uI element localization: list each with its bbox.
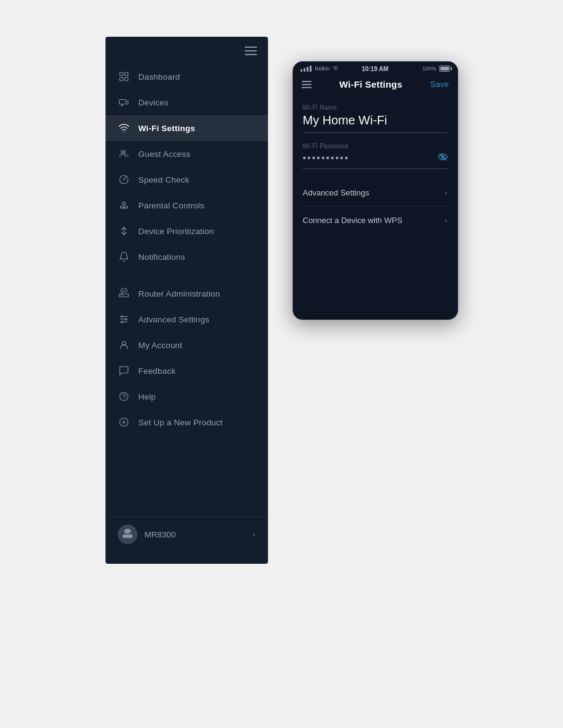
phone-hamburger-button[interactable] bbox=[302, 81, 312, 88]
add-icon bbox=[118, 416, 130, 428]
sidebar-item-dashboard-label: Dashboard bbox=[139, 72, 180, 82]
advanced-settings-chevron-icon: › bbox=[445, 188, 448, 197]
router-icon bbox=[118, 287, 130, 300]
sidebar-item-devices-label: Devices bbox=[139, 98, 169, 107]
account-icon bbox=[118, 339, 130, 351]
sidebar-item-advanced-label: Advanced Settings bbox=[139, 315, 210, 324]
svg-point-11 bbox=[122, 202, 125, 205]
sidebar-header bbox=[105, 37, 268, 61]
hamburger-button[interactable] bbox=[245, 47, 257, 55]
devices-icon bbox=[118, 96, 130, 108]
svg-rect-1 bbox=[124, 72, 128, 75]
sidebar-item-account-label: My Account bbox=[139, 341, 183, 350]
wifi-name-field: Wi-Fi Name My Home Wi-Fi bbox=[303, 104, 448, 133]
wifi-name-value[interactable]: My Home Wi-Fi bbox=[303, 113, 448, 133]
svg-point-31 bbox=[335, 70, 336, 71]
guest-icon bbox=[118, 148, 130, 160]
phone-wrapper: Belkin 10:19 AM 100% Wi-Fi Settings bbox=[293, 61, 458, 320]
phone-page-title: Wi-Fi Settings bbox=[312, 79, 431, 89]
svg-point-7 bbox=[123, 131, 124, 132]
wifi-icon bbox=[118, 122, 130, 134]
status-left: Belkin bbox=[301, 66, 340, 72]
svg-rect-0 bbox=[120, 72, 123, 75]
signal-bars bbox=[301, 66, 312, 72]
device-name: MR8300 bbox=[145, 530, 246, 539]
phone-status-bar: Belkin 10:19 AM 100% bbox=[293, 62, 458, 74]
show-password-icon[interactable] bbox=[438, 152, 448, 164]
sidebar-item-help-label: Help bbox=[139, 392, 156, 401]
sidebar-item-dashboard[interactable]: Dashboard bbox=[105, 64, 268, 89]
settings-icon bbox=[118, 313, 130, 325]
sidebar-item-help[interactable]: Help bbox=[105, 384, 268, 409]
dashboard-icon bbox=[118, 70, 130, 83]
svg-point-22 bbox=[122, 341, 126, 345]
advanced-settings-list-item[interactable]: Advanced Settings › bbox=[303, 179, 448, 207]
notification-icon bbox=[118, 251, 130, 263]
svg-point-8 bbox=[121, 151, 124, 154]
sidebar-nav: Dashboard Devices Wi-Fi Settings bbox=[105, 61, 268, 512]
svg-rect-2 bbox=[120, 78, 123, 81]
wifi-password-value[interactable]: •••••••••• bbox=[303, 152, 448, 169]
carrier-name: Belkin bbox=[315, 66, 331, 72]
sidebar-item-speed-check[interactable]: Speed Check bbox=[105, 167, 268, 192]
sidebar-item-notifications-label: Notifications bbox=[139, 252, 185, 262]
sidebar-item-parental-label: Parental Controls bbox=[139, 201, 205, 210]
feedback-icon bbox=[118, 365, 130, 377]
sidebar-item-wifi-label: Wi-Fi Settings bbox=[139, 124, 196, 133]
wifi-password-label: Wi-Fi Password bbox=[303, 143, 448, 150]
status-right: 100% bbox=[422, 66, 450, 72]
sidebar-item-notifications[interactable]: Notifications bbox=[105, 244, 268, 270]
svg-point-20 bbox=[124, 319, 126, 320]
svg-rect-3 bbox=[124, 78, 128, 81]
sidebar-item-parental-controls[interactable]: Parental Controls bbox=[105, 192, 268, 218]
wps-list-item[interactable]: Connect a Device with WPS › bbox=[303, 207, 448, 233]
sidebar-item-guest-access[interactable]: Guest Access bbox=[105, 141, 268, 167]
sidebar-item-device-prioritization[interactable]: Device Prioritization bbox=[105, 218, 268, 244]
phone-list: Advanced Settings › Connect a Device wit… bbox=[303, 179, 448, 233]
phone-content: Wi-Fi Name My Home Wi-Fi Wi-Fi Password … bbox=[293, 94, 458, 319]
sidebar-item-priority-label: Device Prioritization bbox=[139, 227, 215, 236]
wifi-status-icon bbox=[332, 66, 339, 72]
device-avatar bbox=[118, 525, 137, 544]
wps-chevron-icon: › bbox=[445, 215, 448, 225]
wifi-name-label: Wi-Fi Name bbox=[303, 104, 448, 111]
svg-rect-4 bbox=[119, 100, 126, 105]
sidebar-item-feedback-label: Feedback bbox=[139, 366, 176, 376]
speed-icon bbox=[118, 173, 130, 186]
svg-point-19 bbox=[121, 316, 123, 317]
sidebar-item-feedback[interactable]: Feedback bbox=[105, 358, 268, 384]
svg-point-23 bbox=[120, 392, 128, 401]
svg-point-21 bbox=[121, 321, 123, 323]
priority-icon bbox=[118, 225, 130, 237]
help-icon bbox=[118, 390, 130, 403]
sidebar-item-wifi-settings[interactable]: Wi-Fi Settings bbox=[105, 115, 268, 141]
sidebar-item-guest-label: Guest Access bbox=[139, 150, 191, 159]
battery-icon bbox=[439, 66, 450, 72]
sidebar-footer: MR8300 › bbox=[105, 517, 268, 552]
wifi-password-field: Wi-Fi Password •••••••••• bbox=[303, 143, 448, 169]
svg-point-10 bbox=[123, 179, 124, 180]
phone-mockup: Belkin 10:19 AM 100% Wi-Fi Settings bbox=[293, 61, 458, 320]
wps-label: Connect a Device with WPS bbox=[303, 216, 403, 225]
status-time: 10:19 AM bbox=[362, 66, 389, 72]
sidebar-item-advanced-settings[interactable]: Advanced Settings bbox=[105, 306, 268, 332]
sidebar: Dashboard Devices Wi-Fi Settings bbox=[105, 37, 268, 564]
sidebar-item-router-admin[interactable]: Router Administration bbox=[105, 281, 268, 306]
sidebar-item-devices[interactable]: Devices bbox=[105, 89, 268, 115]
device-item[interactable]: MR8300 › bbox=[105, 517, 268, 552]
page-wrapper: Dashboard Devices Wi-Fi Settings bbox=[0, 0, 563, 728]
parental-icon bbox=[118, 199, 130, 211]
sidebar-item-setup-new[interactable]: Set Up a New Product bbox=[105, 409, 268, 435]
phone-nav-bar: Wi-Fi Settings Save bbox=[293, 74, 458, 94]
battery-percentage: 100% bbox=[422, 66, 436, 72]
device-chevron-icon: › bbox=[253, 530, 256, 539]
sidebar-item-setup-label: Set Up a New Product bbox=[139, 418, 223, 427]
sidebar-item-my-account[interactable]: My Account bbox=[105, 332, 268, 358]
sidebar-item-router-label: Router Administration bbox=[139, 289, 220, 298]
phone-save-button[interactable]: Save bbox=[431, 80, 449, 89]
sidebar-item-speed-label: Speed Check bbox=[139, 175, 190, 184]
advanced-settings-label: Advanced Settings bbox=[303, 188, 369, 197]
